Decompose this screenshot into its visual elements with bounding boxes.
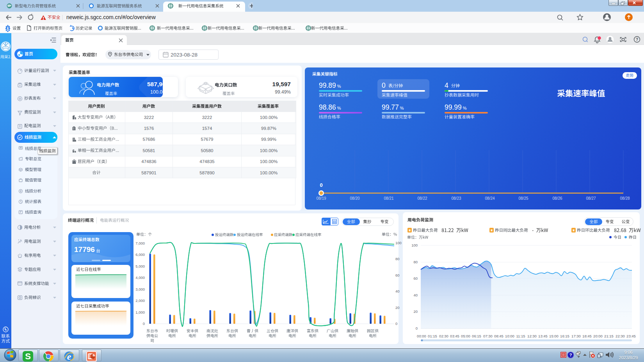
svg-text:?: ? [569,353,572,357]
svg-text:S: S [25,351,31,361]
svg-text:?: ? [636,37,638,42]
